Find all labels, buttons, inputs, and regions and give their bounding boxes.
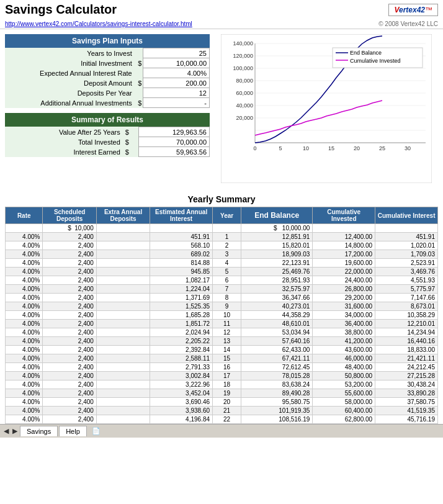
cell-cum-invested: 62,800.00 (313, 415, 375, 424)
input-row-2: Expected Annual Interest Rate 4.00% (5, 68, 210, 78)
value-years[interactable]: 25 (143, 48, 210, 58)
svg-text:0: 0 (253, 145, 256, 151)
cell-cum-interest: 27,215.28 (375, 372, 438, 380)
cell-extra (96, 354, 150, 363)
cell-year: 2 (213, 241, 241, 250)
cell-extra (96, 407, 150, 415)
label-total-invested: Total Invested (5, 137, 123, 147)
cell-end: 108,516.19 (241, 415, 313, 424)
cell-interest: 814.88 (150, 259, 213, 268)
cell-rate: 4.00% (6, 259, 43, 268)
logo: Vertex42™ (388, 4, 438, 16)
initial-rate (6, 224, 43, 233)
cell-cum-invested: 55,600.00 (313, 389, 375, 398)
main-content: Savings Plan Inputs Years to Invest 25 I… (0, 29, 443, 188)
cell-cum-interest: 18,833.00 (375, 346, 438, 354)
cell-end: 22,123.91 (241, 259, 313, 268)
cell-year: 21 (213, 407, 241, 415)
cell-cum-interest: 451.91 (375, 233, 438, 241)
tab-help[interactable]: Help (59, 426, 87, 436)
cell-cum-interest: 21,421.11 (375, 354, 438, 363)
cell-cum-invested: 38,800.00 (313, 328, 375, 337)
cell-cum-interest: 2,523.91 (375, 259, 438, 268)
tab-sheet-icon[interactable]: 📄 (91, 426, 102, 436)
input-row-5: Additional Annual Investments $ - (5, 98, 210, 108)
th-interest: Estimated Annual Interest (150, 207, 213, 224)
cell-year: 20 (213, 398, 241, 407)
svg-text:15: 15 (328, 145, 334, 151)
cell-end: 95,580.75 (241, 398, 313, 407)
cell-end: 78,015.28 (241, 372, 313, 380)
cell-end: 57,640.16 (241, 337, 313, 346)
svg-text:40,000: 40,000 (236, 102, 253, 109)
cell-scheduled: 2,400 (43, 398, 96, 407)
copyright: © 2008 Vertex42 LLC (378, 20, 438, 27)
cell-cum-interest: 8,673.01 (375, 302, 438, 311)
cell-extra (96, 268, 150, 276)
cell-scheduled: 2,400 (43, 372, 96, 380)
cell-interest: 3,690.46 (150, 398, 213, 407)
cell-scheduled: 2,400 (43, 268, 96, 276)
cell-year: 6 (213, 276, 241, 285)
value-interest: 59,963.56 (139, 147, 210, 157)
table-row: 4.00% 2,400 2,392.84 14 62,433.00 43,600… (6, 346, 438, 354)
cell-rate: 4.00% (6, 363, 43, 372)
cell-interest: 689.02 (150, 250, 213, 259)
cell-cum-invested: 53,200.00 (313, 380, 375, 389)
cell-cum-invested: 46,000.00 (313, 354, 375, 363)
cell-cum-invested: 26,800.00 (313, 285, 375, 294)
cell-rate: 4.00% (6, 302, 43, 311)
cell-year: 22 (213, 415, 241, 424)
value-deposit[interactable]: 200.00 (143, 78, 210, 88)
svg-text:60,000: 60,000 (236, 90, 253, 96)
cell-rate: 4.00% (6, 346, 43, 354)
cell-end: 36,347.66 (241, 294, 313, 302)
cell-cum-interest: 30,438.24 (375, 380, 438, 389)
tab-left-icon[interactable]: ◀ (2, 426, 10, 436)
cell-scheduled: 2,400 (43, 337, 96, 346)
cell-extra (96, 250, 150, 259)
table-row: 4.00% 2,400 2,588.11 15 67,421.11 46,000… (6, 354, 438, 363)
input-row-4: Deposits Per Year 12 (5, 88, 210, 98)
cell-cum-invested: 24,400.00 (313, 276, 375, 285)
cell-cum-invested: 34,000.00 (313, 311, 375, 320)
input-row-1: Initial Investment $ 10,000.00 (5, 58, 210, 68)
cell-rate: 4.00% (6, 285, 43, 294)
cell-interest: 945.85 (150, 268, 213, 276)
cell-end: 62,433.00 (241, 346, 313, 354)
cell-cum-interest: 45,716.19 (375, 415, 438, 424)
cell-end: 72,612.45 (241, 363, 313, 372)
cell-interest: 1,851.72 (150, 320, 213, 328)
cell-extra (96, 285, 150, 294)
cell-year: 7 (213, 285, 241, 294)
cell-interest: 1,525.35 (150, 302, 213, 311)
tab-savings[interactable]: Savings (20, 426, 58, 436)
cell-cum-interest: 4,551.93 (375, 276, 438, 285)
cell-end: 89,490.28 (241, 389, 313, 398)
dollar-total: $ (123, 137, 139, 147)
table-row: 4.00% 2,400 1,685.28 10 44,358.29 34,000… (6, 311, 438, 320)
table-row: 4.00% 2,400 2,205.22 13 57,640.16 41,200… (6, 337, 438, 346)
dollar-dpy (135, 88, 143, 98)
cell-end: 53,034.94 (241, 328, 313, 337)
cell-cum-invested: 36,400.00 (313, 320, 375, 328)
value-initial[interactable]: 10,000.00 (143, 58, 210, 68)
cell-scheduled: 2,400 (43, 302, 96, 311)
initial-end: $ 10,000.00 (241, 224, 313, 233)
value-additional[interactable]: - (143, 98, 210, 108)
value-dpy[interactable]: 12 (143, 88, 210, 98)
cell-cum-invested: 48,400.00 (313, 363, 375, 372)
table-row: 4.00% 2,400 1,082.17 6 28,951.93 24,400.… (6, 276, 438, 285)
tab-right-icon[interactable]: ▶ (11, 426, 19, 436)
cell-cum-invested: 12,400.00 (313, 233, 375, 241)
cell-rate: 4.00% (6, 354, 43, 363)
cell-rate: 4.00% (6, 372, 43, 380)
cell-rate: 4.00% (6, 407, 43, 415)
url-link[interactable]: http://www.vertex42.com/Calculators/savi… (5, 20, 192, 27)
cell-scheduled: 2,400 (43, 311, 96, 320)
cell-year: 19 (213, 389, 241, 398)
cell-cum-interest: 33,890.28 (375, 389, 438, 398)
cell-end: 48,610.01 (241, 320, 313, 328)
cell-end: 101,919.35 (241, 407, 313, 415)
value-rate[interactable]: 4.00% (143, 68, 210, 78)
